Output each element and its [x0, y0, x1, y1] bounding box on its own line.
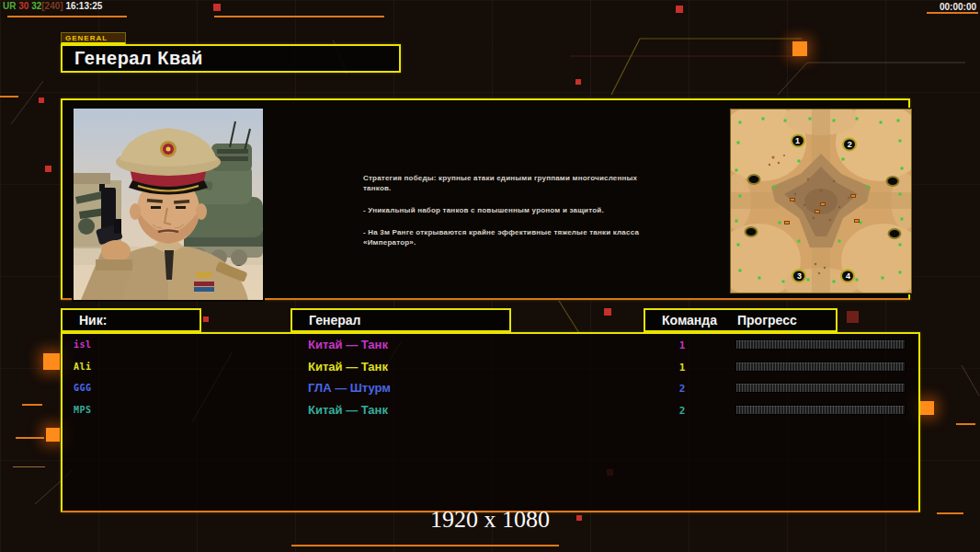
stat-segment: 32 [31, 1, 41, 11]
map-preview: 1234 [731, 109, 911, 293]
tree-marker [832, 119, 835, 121]
oil-spot-marker [747, 174, 761, 185]
supply-marker [820, 202, 826, 206]
tree-marker [736, 244, 739, 247]
decor-square [45, 166, 51, 172]
general-portrait [74, 109, 263, 300]
tree-marker [899, 192, 902, 195]
team-header-label: Команда [645, 313, 717, 328]
column-header-nick: Ник: [61, 308, 201, 332]
tree-marker [901, 167, 904, 169]
tree-marker [879, 121, 882, 123]
player-list: isl Китай — Танк 1 Ali Китай — Танк 1 GG… [61, 332, 920, 512]
strategy-text: Стратегия победы: крупные атаки едиными … [363, 173, 653, 259]
tree-marker [798, 159, 801, 162]
performance-overlay: UR 30 32[240] 16:13:25 [3, 1, 102, 11]
supply-marker [790, 198, 795, 201]
tree-marker [856, 117, 859, 120]
tree-marker [856, 279, 859, 282]
supply-marker [850, 194, 856, 198]
column-header-general: Генерал [291, 308, 511, 332]
nick-header-label: Ник: [63, 313, 107, 328]
decor-square [203, 316, 209, 322]
player-team: 1 [675, 362, 689, 374]
player-team: 2 [675, 405, 689, 417]
decor-dash [13, 466, 45, 467]
spawn-marker: 3 [792, 270, 806, 283]
player-nick: GGG [74, 383, 92, 393]
tree-marker [758, 277, 761, 280]
decor-dash [937, 512, 963, 514]
general-portrait-art [74, 109, 263, 300]
tree-marker [735, 220, 737, 223]
match-timer: 00:00:00 [940, 2, 976, 12]
supply-marker [854, 219, 860, 223]
decor-square [676, 6, 683, 13]
progress-bar [735, 383, 906, 393]
player-general: Китай — Танк [308, 360, 388, 374]
resolution-label: 1920 x 1080 [368, 506, 612, 534]
tree-marker [897, 119, 900, 121]
strategy-line: - Уникальный набор танков с повышенным у… [363, 205, 653, 215]
player-row: Ali Китай — Танк 1 [63, 356, 918, 377]
tree-marker [832, 281, 835, 283]
player-nick: Ali [74, 362, 92, 372]
tree-marker [738, 270, 741, 272]
oil-spot-marker [744, 226, 758, 237]
tree-marker [798, 240, 801, 243]
tree-marker [899, 139, 902, 142]
player-team: 2 [675, 383, 689, 395]
tree-marker [899, 244, 902, 247]
spawn-marker: 2 [842, 137, 857, 151]
tree-marker [738, 194, 741, 197]
tree-marker [841, 157, 844, 160]
general-info-panel: Стратегия победы: крупные атаки едиными … [61, 98, 910, 300]
player-general: ГЛА — Штурм [308, 381, 391, 395]
decor-square [39, 98, 44, 103]
strategy-line: Стратегия победы: крупные атаки едиными … [363, 173, 653, 193]
player-row: MPS Китай — Танк 2 [63, 399, 918, 420]
tree-marker [838, 240, 840, 243]
tree-marker [901, 218, 904, 221]
decor-square [43, 353, 60, 370]
tree-marker [778, 222, 781, 224]
stat-segment: [240] [41, 1, 63, 11]
progress-bar [735, 339, 906, 350]
general-tab-label: GENERAL [61, 32, 126, 44]
progress-bar [735, 405, 906, 415]
supply-marker [815, 210, 820, 213]
decor-square [847, 311, 859, 323]
player-row: isl Китай — Танк 1 [63, 334, 918, 355]
decor-dash [291, 545, 559, 546]
decor-dash [7, 16, 127, 17]
title-box: Генерал Квай [61, 44, 401, 73]
general-header-label: Генерал [292, 313, 361, 328]
tree-marker [773, 185, 776, 188]
tree-marker [809, 117, 812, 120]
decor-square [46, 428, 60, 442]
stat-segment: UR [3, 1, 18, 11]
tree-marker [899, 271, 902, 274]
player-general: Китай — Танк [308, 403, 388, 417]
map-markers: 1234 [731, 109, 911, 293]
progress-header-label: Прогресс [737, 310, 797, 330]
decor-dash [16, 437, 44, 439]
decor-dash [956, 423, 975, 425]
player-team: 1 [675, 339, 689, 351]
page-title: Генерал Квай [63, 46, 399, 71]
decor-dash [927, 12, 978, 14]
column-header-team-progress: Команда Прогресс [644, 308, 838, 332]
tree-marker [762, 117, 765, 120]
tree-marker [736, 141, 739, 144]
player-general: Китай — Танк [308, 338, 388, 351]
decor-square [920, 401, 934, 415]
decor-dash [214, 16, 384, 17]
spawn-marker: 1 [791, 133, 805, 147]
oil-spot-marker [886, 176, 900, 187]
player-nick: MPS [74, 405, 92, 415]
spawn-marker: 4 [840, 270, 855, 283]
tree-marker [807, 279, 810, 282]
tree-marker [881, 277, 883, 280]
tree-marker [866, 185, 869, 188]
decor-square [604, 308, 611, 316]
